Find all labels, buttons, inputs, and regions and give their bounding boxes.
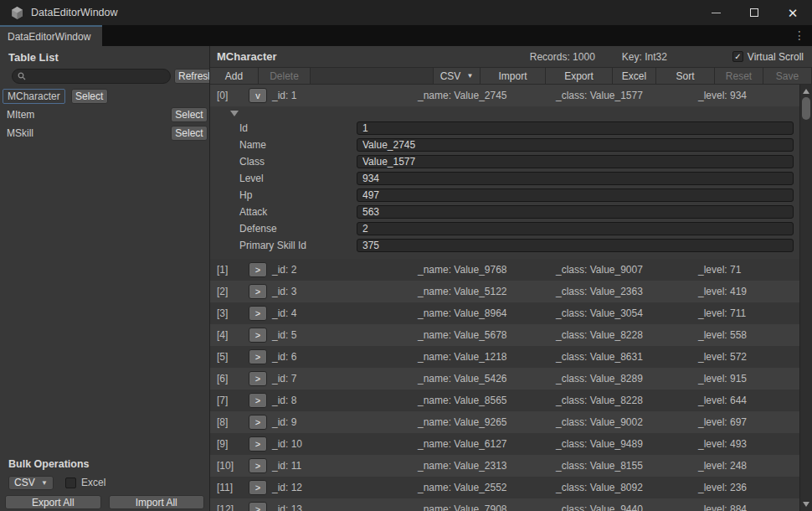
scrollbar-thumb[interactable] [802, 97, 810, 120]
record-row[interactable]: [7]>_id: 8_name: Value_8565_class: Value… [210, 390, 799, 411]
expand-button[interactable]: > [249, 436, 267, 452]
header-status: Records: 1000 Key: Int32 ✓ Virtual Scrol… [530, 51, 804, 63]
toolbar-button-sort[interactable]: Sort [656, 68, 715, 84]
expand-button[interactable]: > [249, 328, 267, 343]
select-button-mitem[interactable]: Select [171, 107, 208, 122]
record-row[interactable]: [3]>_id: 4_name: Value_8964_class: Value… [210, 302, 799, 324]
row-level: _level: 248 [698, 455, 747, 477]
record-row[interactable]: [2]>_id: 3_name: Value_5122_class: Value… [210, 281, 799, 302]
field-label-level: Level [239, 170, 264, 187]
export-all-button[interactable]: Export All [5, 495, 101, 509]
bulk-buttons: Export All Import All [0, 490, 209, 509]
close-button[interactable]: ✕ [773, 0, 812, 25]
expand-button[interactable]: > [249, 458, 267, 473]
vertical-scrollbar[interactable] [799, 85, 812, 511]
table-list-title: Table List [0, 46, 209, 68]
minimize-button[interactable] [696, 0, 735, 25]
search-field[interactable] [12, 69, 171, 84]
row-class: _class: Value_9007 [556, 259, 643, 281]
field-row: Attack [210, 204, 799, 220]
expand-button[interactable]: > [249, 502, 267, 511]
row-level: _level: 71 [698, 259, 741, 281]
bulk-excel-checkbox[interactable] [65, 477, 76, 488]
row-name: _name: Value_7908 [418, 498, 507, 511]
table-row-mskill[interactable]: MSkill Select [0, 124, 209, 142]
expand-button[interactable]: > [249, 262, 267, 277]
scroll-down-icon[interactable] [803, 502, 809, 507]
foldout-row[interactable] [210, 106, 799, 120]
record-row[interactable]: [6]>_id: 7_name: Value_5426_class: Value… [210, 368, 799, 390]
field-row: Id [210, 120, 799, 137]
import-all-button[interactable]: Import All [109, 495, 205, 509]
field-input-class[interactable] [357, 155, 794, 168]
field-label-attack: Attack [239, 204, 267, 220]
toolbar-button-export[interactable]: Export [546, 68, 613, 84]
toolbar-button-import[interactable]: Import [481, 68, 546, 84]
field-input-attack[interactable] [357, 205, 794, 219]
table-row-mcharacter[interactable]: MCharacter Select [0, 87, 209, 106]
toolbar-spacer [311, 68, 434, 84]
field-input-id[interactable] [357, 121, 794, 135]
row-class: _class: Value_3054 [556, 302, 643, 324]
table-name-mitem[interactable]: MItem [7, 109, 34, 121]
field-input-hp[interactable] [357, 188, 794, 202]
row-class: _class: Value_8289 [556, 368, 643, 390]
field-input-primary-skill-id[interactable] [357, 239, 794, 252]
row-name: _name: Value_2745 [418, 85, 507, 106]
row-index: [0] [217, 85, 228, 106]
expand-button[interactable]: > [249, 480, 267, 495]
record-row[interactable]: [1]>_id: 2_name: Value_9768_class: Value… [210, 259, 799, 281]
row-id: _id: 4 [272, 302, 296, 324]
expand-button[interactable]: > [249, 284, 267, 299]
tab-bar: DataEditorWindow ⋮ [0, 25, 812, 46]
record-row[interactable]: [12]>_id: 13_name: Value_7908_class: Val… [210, 498, 799, 511]
field-row: Name [210, 137, 799, 153]
expand-button[interactable]: > [249, 415, 267, 430]
maximize-button[interactable] [735, 0, 773, 25]
refresh-button[interactable]: Refresh [174, 69, 209, 84]
expand-button[interactable]: > [249, 371, 267, 386]
row-index: [9] [217, 433, 228, 455]
tab-data-editor-window[interactable]: DataEditorWindow [0, 25, 102, 46]
row-level: _level: 934 [698, 85, 747, 106]
select-button-mskill[interactable]: Select [171, 126, 208, 141]
toolbar-button-add[interactable]: Add [210, 68, 259, 84]
virtual-scroll-label: Virtual Scroll [748, 51, 804, 63]
record-row[interactable]: [0]v_id: 1_name: Value_2745_class: Value… [210, 85, 799, 106]
record-row[interactable]: [8]>_id: 9_name: Value_9265_class: Value… [210, 411, 799, 433]
row-class: _class: Value_2363 [556, 281, 643, 302]
field-input-defense[interactable] [357, 222, 794, 235]
row-class: _class: Value_8155 [556, 455, 643, 477]
table-name-mskill[interactable]: MSkill [7, 127, 33, 139]
toolbar-button-csv[interactable]: CSV▼ [434, 68, 481, 84]
row-id: _id: 8 [272, 390, 296, 411]
field-input-level[interactable] [357, 172, 794, 185]
row-name: _name: Value_8565 [418, 390, 507, 411]
table-name-mcharacter[interactable]: MCharacter [3, 89, 65, 104]
toolbar-button-save: Save [763, 68, 812, 84]
row-name: _name: Value_2313 [418, 455, 507, 477]
field-label-class: Class [239, 153, 265, 170]
scroll-up-icon[interactable] [803, 89, 809, 94]
table-row-mitem[interactable]: MItem Select [0, 106, 209, 124]
search-input[interactable] [29, 70, 165, 82]
record-row[interactable]: [9]>_id: 10_name: Value_6127_class: Valu… [210, 433, 799, 455]
record-row[interactable]: [11]>_id: 12_name: Value_2552_class: Val… [210, 477, 799, 498]
collapse-button[interactable]: v [249, 88, 267, 103]
workspace: Table List Refresh MCharacter Select MIt… [0, 46, 812, 511]
expand-button[interactable]: > [249, 306, 267, 321]
expand-button[interactable]: > [249, 349, 267, 364]
expand-button[interactable]: > [249, 393, 267, 408]
tab-menu-icon[interactable]: ⋮ [794, 28, 805, 42]
field-input-name[interactable] [357, 138, 794, 152]
virtual-scroll-checkbox[interactable]: ✓ [732, 51, 743, 62]
virtual-scroll-toggle[interactable]: ✓ Virtual Scroll [732, 51, 804, 63]
select-button-mcharacter[interactable]: Select [71, 89, 108, 104]
record-row[interactable]: [5]>_id: 6_name: Value_1218_class: Value… [210, 346, 799, 368]
record-row[interactable]: [10]>_id: 11_name: Value_2313_class: Val… [210, 455, 799, 477]
toolbar-button-excel[interactable]: Excel [613, 68, 656, 84]
bulk-format-dropdown[interactable]: CSV ▼ [8, 476, 54, 490]
bulk-operations-title: Bulk Operations [0, 458, 209, 475]
bulk-controls: CSV ▼ Excel [0, 475, 209, 490]
record-row[interactable]: [4]>_id: 5_name: Value_5678_class: Value… [210, 324, 799, 346]
